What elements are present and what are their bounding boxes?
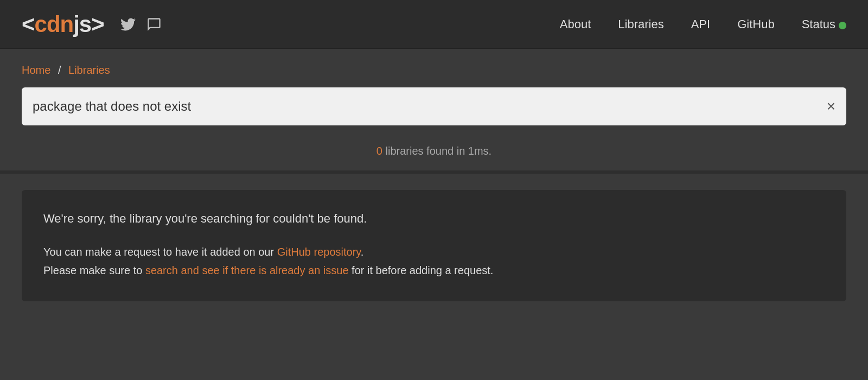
nav-link-github[interactable]: GitHub	[737, 17, 774, 31]
nav-link-api[interactable]: API	[691, 17, 710, 31]
search-clear-button[interactable]: ×	[827, 99, 835, 114]
results-count-text: libraries found in 1ms.	[382, 145, 492, 157]
error-line1-after: .	[361, 246, 364, 258]
logo-bracket-left: <	[22, 11, 35, 37]
search-input[interactable]	[33, 99, 827, 114]
error-line2: Please make sure to search and see if th…	[43, 261, 825, 280]
search-container: ×	[0, 87, 868, 125]
nav-social-icons	[120, 16, 162, 33]
nav-link-status-container: Status	[802, 17, 846, 31]
error-line2-before: Please make sure to	[43, 264, 145, 276]
logo[interactable]: <cdnjs>	[22, 11, 104, 37]
error-search-link[interactable]: search and see if there is already an is…	[145, 264, 349, 276]
nav-link-about[interactable]: About	[560, 17, 591, 31]
logo-bracket-right: >	[91, 11, 104, 37]
twitter-icon[interactable]	[120, 16, 136, 33]
breadcrumb-current: Libraries	[68, 64, 110, 76]
logo-js: js	[73, 11, 91, 37]
error-body: You can make a request to have it added …	[43, 243, 825, 280]
error-line1: You can make a request to have it added …	[43, 243, 825, 261]
error-line1-before: You can make a request to have it added …	[43, 246, 277, 258]
section-divider	[0, 170, 868, 174]
status-indicator	[839, 22, 846, 29]
nav-link-libraries[interactable]: Libraries	[618, 17, 663, 31]
breadcrumb-home[interactable]: Home	[22, 64, 50, 76]
breadcrumb-separator: /	[58, 64, 61, 76]
results-count-number: 0	[376, 145, 382, 157]
nav-links: About Libraries API GitHub Status	[560, 17, 846, 31]
breadcrumb: Home / Libraries	[0, 49, 868, 87]
chat-icon[interactable]	[146, 16, 162, 33]
results-count: 0 libraries found in 1ms.	[0, 136, 868, 170]
error-title: We're sorry, the library you're searchin…	[43, 211, 825, 227]
logo-cdn: cdn	[35, 11, 74, 37]
search-box: ×	[22, 87, 846, 125]
error-box: We're sorry, the library you're searchin…	[22, 190, 846, 301]
error-line2-after: for it before adding a request.	[349, 264, 494, 276]
navbar: <cdnjs> About Libraries API GitHub Statu…	[0, 0, 868, 49]
error-github-link[interactable]: GitHub repository	[277, 246, 361, 258]
nav-link-status[interactable]: Status	[802, 17, 835, 31]
